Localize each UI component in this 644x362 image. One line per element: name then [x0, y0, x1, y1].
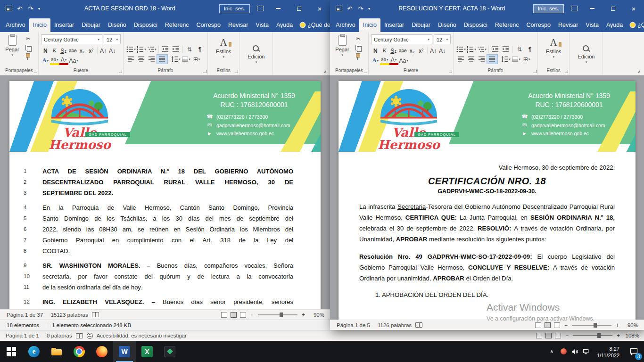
word-count[interactable]: 1126 palabras — [374, 322, 415, 328]
app-icon[interactable] — [158, 341, 181, 362]
ribbon-tab[interactable]: Disposici — [130, 18, 161, 32]
underline-button[interactable]: S — [59, 46, 68, 55]
page-indicator[interactable]: Página 1 de 1 — [2, 333, 43, 338]
highlight-button[interactable]: ab — [380, 57, 389, 65]
accessibility-status[interactable]: Accesibilidad: es necesario investigar — [93, 333, 190, 338]
undo-icon[interactable]: ↶ — [347, 5, 353, 12]
web-layout-button[interactable] — [240, 312, 246, 318]
sort-icon[interactable]: ⇅ — [514, 45, 525, 54]
italic-button[interactable]: K — [50, 46, 59, 55]
document-body[interactable]: Valle Hermoso, 30 de septiembre de 2022.… — [339, 152, 636, 298]
increase-indent-icon[interactable] — [501, 45, 511, 54]
maximize-button[interactable] — [603, 0, 623, 17]
borders-icon[interactable]: ⊞ — [521, 55, 532, 64]
sign-in-button[interactable]: Inic. ses. — [219, 4, 250, 13]
paragraph-dialog-launcher[interactable] — [533, 70, 537, 73]
zoom-slider[interactable] — [573, 335, 612, 336]
justify-icon[interactable] — [157, 55, 167, 64]
strikethrough-button[interactable]: abe — [68, 46, 78, 55]
shrink-font-button[interactable]: A↓ — [438, 46, 447, 55]
print-layout-button[interactable] — [231, 312, 237, 318]
cut-icon[interactable]: ✂ — [353, 34, 363, 43]
zoom-in-button[interactable]: + — [301, 312, 306, 318]
print-layout-button[interactable] — [545, 333, 552, 338]
multilevel-list-icon[interactable] — [477, 45, 487, 54]
align-left-icon[interactable] — [126, 55, 136, 64]
numbering-icon[interactable] — [136, 45, 147, 54]
justify-icon[interactable] — [487, 55, 497, 64]
ribbon-tab[interactable]: Insertar — [50, 18, 78, 32]
shading-icon[interactable] — [181, 55, 191, 64]
zoom-in-button[interactable]: + — [615, 322, 620, 329]
minimize-button[interactable] — [268, 0, 289, 17]
zoom-level[interactable]: 90% — [309, 312, 324, 318]
zoom-level[interactable]: 90% — [623, 322, 638, 328]
paste-button[interactable]: Pegar — [331, 33, 353, 67]
ribbon-display-options-icon[interactable] — [571, 6, 578, 11]
align-right-icon[interactable] — [147, 55, 157, 64]
font-color-button[interactable]: A — [389, 57, 398, 65]
close-button[interactable]: × — [309, 0, 330, 17]
ribbon-tab[interactable]: Dibujar — [78, 18, 104, 32]
title-bar[interactable]: ↶ ↷ ▾ ACTA DE SESION ORD 18 - Word Inic.… — [0, 0, 330, 17]
edge-icon[interactable] — [23, 341, 45, 362]
numbering-icon[interactable] — [466, 45, 477, 54]
chrome-icon[interactable] — [68, 341, 91, 362]
styles-dialog-launcher[interactable] — [565, 70, 568, 73]
ribbon-tab[interactable]: Archivo — [332, 18, 359, 32]
grow-font-button[interactable]: A↑ — [429, 46, 438, 55]
excel-icon[interactable] — [136, 341, 158, 362]
web-layout-button[interactable] — [554, 322, 560, 328]
zoom-out-button[interactable]: − — [563, 322, 569, 329]
page-indicator[interactable]: Página 1 de 5 — [333, 322, 374, 328]
ribbon-tab[interactable]: Disposici — [460, 18, 491, 32]
strikethrough-button[interactable]: abe — [398, 46, 408, 55]
increase-indent-icon[interactable] — [171, 45, 181, 54]
sign-in-button[interactable]: Inic. ses. — [533, 4, 564, 13]
bullets-icon[interactable] — [456, 45, 466, 54]
underline-button[interactable]: S — [389, 46, 398, 55]
minimize-button[interactable] — [582, 0, 603, 17]
ribbon-tab[interactable]: Dibujar — [408, 18, 434, 32]
zoom-slider[interactable] — [572, 325, 611, 326]
subscript-button[interactable]: x₂ — [78, 46, 87, 55]
superscript-button[interactable]: x² — [417, 46, 426, 55]
align-right-icon[interactable] — [477, 55, 487, 64]
grow-font-button[interactable]: A↑ — [99, 46, 108, 55]
font-size-combo[interactable]: 12 — [104, 34, 121, 44]
decrease-indent-icon[interactable] — [490, 45, 501, 54]
bullets-icon[interactable] — [126, 45, 136, 54]
accessibility-icon[interactable] — [87, 333, 93, 339]
text-effects-button[interactable]: A — [371, 56, 380, 65]
text-effects-button[interactable]: A — [41, 56, 50, 65]
clipboard-dialog-launcher[interactable] — [364, 70, 367, 73]
font-size-combo[interactable]: 12 — [434, 34, 451, 44]
shrink-font-button[interactable]: A↓ — [108, 46, 117, 55]
ribbon-tab[interactable]: Insertar — [380, 18, 408, 32]
ribbon-tab[interactable]: Vista — [252, 18, 272, 32]
collapse-ribbon-icon[interactable]: ∧ — [323, 69, 327, 74]
document-page[interactable]: Valle Hermoso GAD PARROQUIAL Acuerdo Min… — [9, 81, 321, 309]
zoom-slider-thumb[interactable] — [594, 323, 597, 328]
align-left-icon[interactable] — [456, 55, 466, 64]
highlight-button[interactable]: ab — [50, 57, 59, 65]
tell-me-search[interactable]: ¿Qué des — [627, 18, 644, 32]
ribbon-tab[interactable]: Vista — [582, 18, 603, 32]
web-layout-button[interactable] — [555, 333, 561, 338]
italic-button[interactable]: K — [380, 46, 389, 55]
word-count[interactable]: 0 palabras — [43, 333, 76, 338]
proofing-icon[interactable] — [76, 333, 83, 338]
line-spacing-icon[interactable] — [171, 55, 181, 64]
format-painter-icon[interactable] — [353, 52, 363, 61]
taskbar-clock[interactable]: 8:27 1/11/2022 — [592, 345, 624, 359]
superscript-button[interactable]: x² — [87, 46, 96, 55]
zoom-out-button[interactable]: − — [249, 312, 255, 318]
ribbon-tab[interactable]: Revisar — [554, 18, 582, 32]
qat-customize-icon[interactable]: ▾ — [38, 7, 40, 11]
zoom-level[interactable]: 108% — [624, 333, 639, 338]
font-name-combo[interactable]: Century Gothic — [371, 34, 432, 44]
ribbon-tab[interactable]: Correspo — [193, 18, 224, 32]
network-icon[interactable] — [581, 341, 592, 362]
page-indicator[interactable]: Página 1 de 37 — [3, 312, 47, 318]
word-icon[interactable] — [113, 341, 136, 362]
